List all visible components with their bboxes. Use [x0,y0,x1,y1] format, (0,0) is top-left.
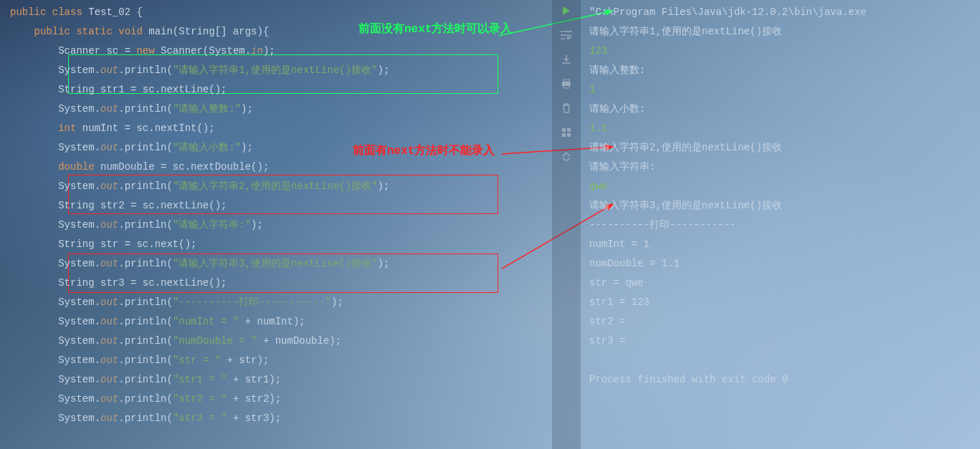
code-line[interactable]: System.out.println("str1 = " + str1); [10,370,552,390]
svg-rect-6 [567,133,571,137]
layout-icon[interactable] [560,126,573,139]
code-line[interactable]: Scanner sc = new Scanner(System.in); [10,42,552,61]
run-icon[interactable] [560,4,573,17]
console-line: str1 = 123 [589,293,980,312]
svg-rect-3 [562,128,566,132]
collapse-icon[interactable] [560,150,573,163]
code-line[interactable]: System.out.println("----------打印--------… [10,293,552,312]
delete-icon[interactable] [560,102,573,115]
code-line[interactable]: System.out.println("请输入字符串1,使用的是nextLine… [10,61,552,80]
console-line: 请输入字符串1,使用的是nextLine()接收 [589,22,980,42]
svg-rect-5 [562,133,566,137]
console-line: 请输入字符串: [589,158,980,177]
code-line[interactable]: System.out.println("请输入字符串3,使用的是nextLine… [10,254,552,274]
wrap-icon[interactable] [560,29,573,42]
console-line [589,351,980,370]
code-line[interactable]: public class Test_02 { [10,3,552,22]
console-line: qwe [589,177,980,196]
console-line: 1.1 [589,119,980,138]
svg-rect-4 [567,128,571,132]
console-line: 1 [589,80,980,100]
console-line: numInt = 1 [589,235,980,254]
console-line: 请输入小数: [589,100,980,119]
code-line[interactable]: public static void main(String[] args){ [10,22,552,42]
code-line[interactable]: int numInt = sc.nextInt(); [10,119,552,138]
code-line[interactable]: System.out.println("请输入字符串2,使用的是nextLine… [10,177,552,196]
code-editor[interactable]: public class Test_02 { public static voi… [0,0,552,449]
code-line[interactable]: String str = sc.next(); [10,235,552,254]
console-line: str2 = [589,312,980,332]
console-line: str = qwe [589,274,980,293]
download-icon[interactable] [560,53,573,66]
code-line[interactable]: System.out.println("numInt = " + numInt)… [10,312,552,332]
svg-rect-0 [563,79,569,82]
console-toolbar [552,0,581,449]
code-line[interactable]: System.out.println("str2 = " + str2); [10,390,552,409]
console-line: numDouble = 1.1 [589,254,980,274]
console-line: ----------打印----------- [589,216,980,235]
console-line: str3 = [589,332,980,351]
console-output[interactable]: "C:\Program Files\Java\jdk-12.0.2\bin\ja… [581,0,980,449]
code-line[interactable]: System.out.println("str = " + str); [10,351,552,370]
code-line[interactable]: System.out.println("请输入字符串:"); [10,216,552,235]
print-icon[interactable] [560,77,573,90]
console-line: 请输入整数: [589,61,980,80]
console-line: 123 [589,42,980,61]
code-line[interactable]: System.out.println("请输入整数:"); [10,100,552,119]
code-line[interactable]: System.out.println("str3 = " + str3); [10,409,552,428]
console-line: 请输入字符串3,使用的是nextLine()接收 [589,196,980,216]
console-line: Process finished with exit code 0 [589,370,980,390]
code-line[interactable]: String str1 = sc.nextLine(); [10,80,552,100]
code-line[interactable]: String str2 = sc.nextLine(); [10,196,552,216]
console-line: 请输入字符串2,使用的是nextLine()接收 [589,138,980,158]
code-line[interactable]: System.out.println("numDouble = " + numD… [10,332,552,351]
console-line: "C:\Program Files\Java\jdk-12.0.2\bin\ja… [589,3,980,22]
code-line[interactable]: double numDouble = sc.nextDouble(); [10,158,552,177]
code-line[interactable]: String str3 = sc.nextLine(); [10,274,552,293]
code-line[interactable]: System.out.println("请输入小数:"); [10,138,552,158]
